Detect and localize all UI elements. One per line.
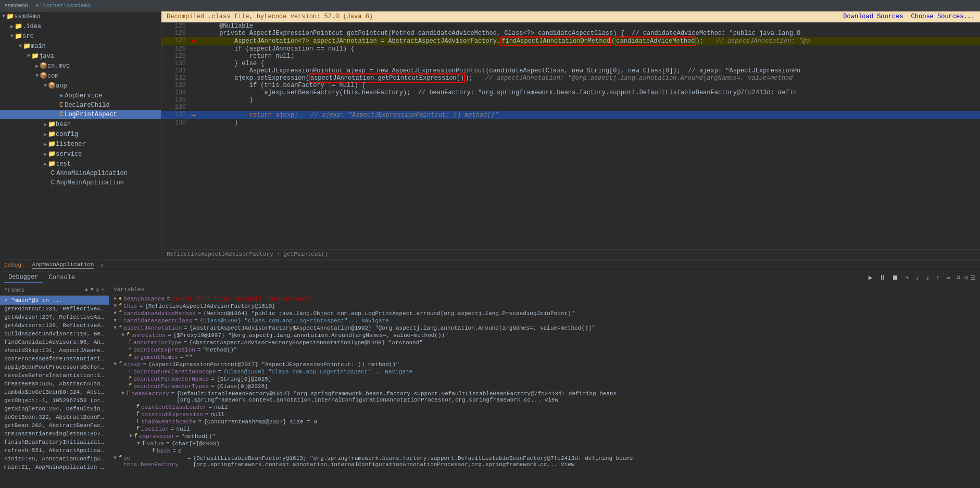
variable-item[interactable]: flocation=null <box>109 426 980 433</box>
frame-item[interactable]: createBean:505, AbstractAutowireC... <box>0 380 109 388</box>
frame-item[interactable]: finishBeanFactoryInitialization:879, A..… <box>0 438 109 446</box>
frame-item[interactable]: <init>:89, AnnotationConfigApplicati... <box>0 455 109 463</box>
frame-item[interactable]: resolveBeforeInstantiation:1113, Ab... <box>0 371 109 380</box>
var-expand[interactable]: ▼ <box>137 441 140 446</box>
frame-item[interactable]: getPointcut:231, ReflectiveAspectJ... <box>0 305 109 313</box>
sidebar-item-java[interactable]: ▼ 📁 java <box>0 51 161 61</box>
btn-step-over[interactable]: ↷ <box>903 272 911 283</box>
variable-item[interactable]: fpointcutParameterTypes={Class[0]@2026} <box>109 383 980 390</box>
var-expand[interactable]: ● <box>114 296 117 302</box>
expand-arrow-com[interactable]: ▼ <box>35 73 39 79</box>
sidebar-item-cnmvc[interactable]: ▶ 📦 cn.mvc <box>0 61 161 71</box>
expand-arrow-src[interactable]: ▼ <box>10 33 14 39</box>
frame-item[interactable]: doGetBean:322, AbstractBeanFactory <box>0 413 109 421</box>
frame-item[interactable]: buildAspectJAdvisors:110, BeanFacto... <box>0 330 109 338</box>
sidebar-item-aopmain[interactable]: C AopMainApplication <box>0 178 161 187</box>
frame-item[interactable]: findCandidateAdvisors:95, Annotatio... <box>0 338 109 346</box>
variable-item[interactable]: ●●beanInstance=Cannot find local variabl… <box>109 295 980 303</box>
expand-arrow-bean[interactable]: ▶ <box>44 121 47 128</box>
variable-item[interactable]: fargumentNames="" <box>109 354 980 361</box>
var-expand[interactable]: ▼ <box>129 433 132 439</box>
variable-item[interactable]: fshadowMatchCache={ConcurrentHashMap@202… <box>109 418 980 426</box>
btn-resume[interactable]: ▶ <box>866 272 875 283</box>
frame-item[interactable]: refresh:551, AbstractApplicationCon... <box>0 446 109 455</box>
variable-item[interactable]: ▼fvalue={char[8]@2003} <box>109 440 980 447</box>
variable-item[interactable]: ▼fcandidateAdviceMethod={Method@1964} "p… <box>109 310 980 317</box>
sidebar-item-aop[interactable]: ▼ 📦 aop <box>0 81 161 91</box>
frame-item[interactable]: getAdvisors:139, ReflectiveAspectJAd... <box>0 321 109 330</box>
variable-item[interactable]: ▼fcandidateAspectClass={Class@1590} "cla… <box>109 317 980 324</box>
expand-arrow[interactable]: ▼ <box>2 14 5 19</box>
variable-item[interactable]: fpointcutParameterNames={String[0]@2025} <box>109 376 980 383</box>
expand-arrow-main[interactable]: ▼ <box>19 43 22 49</box>
frame-item[interactable]: getBean:202, AbstractBeanFactory (o... <box>0 421 109 430</box>
btn-frames-down[interactable]: ▼ <box>90 286 94 293</box>
debug-session-close[interactable]: ✕ <box>100 262 104 269</box>
variable-item[interactable]: fannotationType={AbstractAspectJAdvisorF… <box>109 339 980 346</box>
variable-item[interactable]: fpointcutExpression=null <box>109 411 980 418</box>
expand-arrow-idea[interactable]: ▶ <box>10 23 14 30</box>
sidebar-item-main[interactable]: ▼ 📁 main <box>0 41 161 51</box>
variable-item[interactable]: fpointcutExpression="method()" <box>109 346 980 354</box>
sidebar-item-declarechild[interactable]: C DeclareChild <box>0 101 161 110</box>
var-expand[interactable]: ▼ <box>121 332 124 338</box>
variable-item[interactable]: fpointcutDeclarationScope={Class@1590} "… <box>109 368 980 376</box>
btn-run-to-cursor[interactable]: ⇒ <box>944 272 952 283</box>
tab-debugger[interactable]: Debugger <box>4 272 43 283</box>
variable-item[interactable]: fhash=0 <box>109 447 980 455</box>
var-expand[interactable]: ▼ <box>121 391 124 396</box>
var-expand[interactable]: ▼ <box>114 455 117 461</box>
btn-pause[interactable]: ⏸ <box>877 273 888 283</box>
variable-item[interactable]: ▼fbeanFactory={DefaultListableBeanFactor… <box>109 390 980 404</box>
var-expand[interactable]: ▼ <box>114 325 117 331</box>
settings-icon[interactable]: ⚙ <box>964 274 968 282</box>
frame-item[interactable]: ✓ *main*@1 in ... <box>0 296 109 305</box>
btn-stop[interactable]: ⏹ <box>890 273 901 283</box>
sidebar-item-service[interactable]: ▶ 📁 service <box>0 149 161 159</box>
var-expand[interactable]: ▼ <box>114 303 117 309</box>
variable-item[interactable]: ▼foo this.beanFactory={DefaultListableBe… <box>109 455 980 468</box>
frame-item[interactable]: lambda$doGetBean$0:324, Abstract... <box>0 388 109 396</box>
btn-step-into[interactable]: ↓ <box>913 273 921 283</box>
btn-force-step-into[interactable]: ⇓ <box>923 272 932 283</box>
btn-evaluate[interactable]: ⌗ <box>954 273 962 283</box>
variable-item[interactable]: ▼faspectJAnnotation={AbstractAspectJAdvi… <box>109 324 980 332</box>
expand-arrow-cnmvc[interactable]: ▶ <box>35 63 39 69</box>
expand-arrow-aop[interactable]: ▼ <box>44 83 47 89</box>
var-expand[interactable]: ▼ <box>114 361 117 367</box>
frame-item[interactable]: getAdvisor:207, ReflectiveAspectJAd... <box>0 313 109 321</box>
btn-frames-up[interactable]: ▲ <box>85 286 89 293</box>
sidebar-item-bean[interactable]: ▶ 📁 bean <box>0 119 161 129</box>
tab-console[interactable]: Console <box>45 273 79 282</box>
var-expand[interactable]: ▼ <box>114 318 117 323</box>
variable-item[interactable]: ▼fthis={ReflectiveAspectJAdvisorFactory@… <box>109 303 980 310</box>
download-sources-link[interactable]: Download Sources <box>843 13 903 20</box>
sidebar-item-com[interactable]: ▼ 📦 com <box>0 71 161 81</box>
frame-item[interactable]: shouldSkip:101, AspectJAwareAdvisor... <box>0 346 109 355</box>
frame-item[interactable]: getSingleton:234, DefaultSingletonB... <box>0 405 109 413</box>
btn-frames-filter[interactable]: ⊘ <box>96 286 99 293</box>
expand-arrow-listener[interactable]: ▶ <box>44 141 47 147</box>
expand-arrow-config[interactable]: ▶ <box>44 131 47 137</box>
sidebar-item-test[interactable]: ▶ 📁 test <box>0 159 161 169</box>
btn-frames-add[interactable]: + <box>101 286 105 293</box>
frame-item[interactable]: postProcessBeforeInstantiation:251, <box>0 355 109 363</box>
frame-item[interactable]: getObject:-1, 1052967153 (org.sprin... <box>0 396 109 405</box>
sidebar-item-annomain[interactable]: C AnnoMainApplication <box>0 169 161 178</box>
sidebar-item-aopservice[interactable]: ◈ AopService <box>0 91 161 101</box>
variable-item[interactable]: ▼fannotation={$Proxy19@1997} "@org.aspec… <box>109 332 980 339</box>
variable-item[interactable]: fpointcutClassLoader=null <box>109 404 980 411</box>
sidebar-item-listener[interactable]: ▶ 📁 listener <box>0 139 161 149</box>
variable-item[interactable]: ▼fajexp={AspectJExpressionPointcut@2017}… <box>109 361 980 368</box>
var-expand[interactable]: ▼ <box>114 310 117 316</box>
sidebar-item-logprintaspect[interactable]: C LogPrintAspect <box>0 110 161 119</box>
sidebar-item-root[interactable]: ▼ 📁 ssmdemo <box>0 11 161 21</box>
frame-item[interactable]: applyBeanPostProcessorsBeforeInst... <box>0 363 109 371</box>
sidebar-item-idea[interactable]: ▶ 📁 .idea <box>0 21 161 31</box>
expand-arrow-service[interactable]: ▶ <box>44 151 47 157</box>
variable-item[interactable]: ▼fexpression="method()" <box>109 433 980 440</box>
choose-sources-link[interactable]: Choose Sources... <box>911 13 975 20</box>
expand-arrow-test[interactable]: ▶ <box>44 161 47 167</box>
debug-session-tab[interactable]: AopMainApplication <box>32 261 94 269</box>
breakpoint-icon[interactable]: ● <box>191 37 195 45</box>
